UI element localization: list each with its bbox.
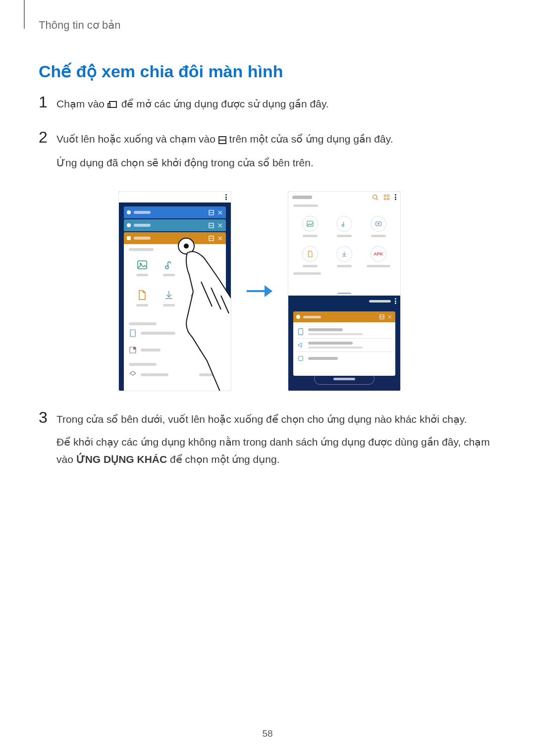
page-number: 58 — [262, 728, 272, 739]
svg-rect-0 — [109, 101, 116, 107]
recents-card — [124, 219, 226, 231]
app-dot-icon — [127, 210, 131, 214]
step-3: 3 Trong cửa sổ bên dưới, vuốt lên hoặc x… — [39, 410, 495, 473]
split-icon — [209, 223, 214, 228]
settings-row — [297, 352, 391, 365]
section-label — [129, 322, 157, 325]
connections-icon — [297, 328, 304, 335]
bottom-recents-card — [293, 311, 395, 376]
card-header — [124, 219, 226, 231]
step-1-seg2: để mở các ứng dụng được sử dụng gần đây. — [121, 98, 329, 109]
close-icon — [217, 223, 223, 228]
drag-handle-icon — [337, 293, 351, 294]
page-title: Chế độ xem chia đôi màn hình — [39, 61, 495, 81]
settings-list — [293, 322, 395, 376]
phone-split: APK — [288, 192, 400, 391]
more-apps-label — [369, 300, 391, 302]
audio-icon — [327, 216, 362, 237]
images-icon — [293, 216, 327, 237]
notifications-icon — [297, 355, 304, 362]
close-all-button — [314, 373, 374, 385]
step-num: 2 — [39, 129, 56, 146]
step-1-text: Chạm vào để mở các ứng dụng được sử dụng… — [56, 95, 495, 114]
app-dot-icon — [127, 236, 131, 240]
step-2-line2: Ứng dụng đã chọn sẽ khởi động trong cửa … — [56, 154, 495, 172]
status-bar — [119, 192, 231, 202]
split-bottom-window — [288, 296, 400, 391]
section-label — [129, 248, 154, 251]
svg-rect-43 — [299, 356, 303, 361]
svg-rect-31 — [387, 195, 389, 196]
svg-rect-1 — [108, 103, 110, 107]
svg-rect-16 — [138, 261, 147, 269]
step-2-seg0: Vuốt lên hoặc xuống và chạm vào — [56, 133, 218, 145]
step-2-line1: Vuốt lên hoặc xuống và chạm vào trên một… — [56, 130, 495, 150]
close-icon — [217, 210, 223, 215]
step-num: 1 — [39, 94, 56, 111]
svg-point-18 — [165, 266, 168, 269]
svg-rect-32 — [384, 198, 386, 200]
svg-point-28 — [373, 195, 377, 199]
grid-icon — [383, 194, 390, 201]
overflow-icon — [395, 194, 396, 200]
apk-icon: APK — [361, 246, 395, 267]
app-name — [303, 316, 321, 318]
apk-label: APK — [374, 252, 383, 256]
section-label — [293, 204, 318, 207]
app-name — [134, 237, 151, 240]
app-dot-icon — [296, 315, 300, 319]
page: Thông tin cơ bản Chế độ xem chia đôi màn… — [0, 0, 535, 756]
step-3-line2-b: để chọn một ứng dụng. — [167, 454, 279, 465]
step-3-line2: Để khởi chạy các ứng dụng không nằm tron… — [56, 433, 495, 468]
recents-icon — [107, 97, 118, 114]
step-2-seg2: trên một cửa sổ ứng dụng gần đây. — [229, 133, 393, 145]
video-icon — [361, 216, 395, 237]
card-header — [124, 206, 226, 218]
more-apps-bar — [288, 296, 400, 306]
split-divider — [288, 291, 400, 296]
step-1-seg0: Chạm vào — [56, 98, 107, 109]
svg-point-35 — [342, 224, 344, 226]
close-icon — [387, 314, 392, 319]
step-body: Chạm vào để mở các ứng dụng được sử dụng… — [56, 95, 495, 119]
search-icon — [372, 194, 378, 201]
step-num: 3 — [39, 409, 56, 426]
settings-row — [297, 338, 391, 352]
section-label — [293, 272, 321, 275]
sound-icon — [297, 342, 304, 349]
split-icon — [379, 314, 384, 319]
step-3-bold: ỨNG DỤNG KHÁC — [76, 454, 167, 465]
split-icon — [209, 210, 214, 215]
svg-rect-24 — [133, 347, 136, 350]
left-rule — [24, 0, 25, 29]
breadcrumb: Thông tin cơ bản — [39, 19, 495, 32]
documents-icon — [293, 246, 327, 267]
svg-rect-22 — [130, 330, 135, 337]
arrow-right-icon — [245, 279, 274, 303]
downloads-icon — [327, 246, 362, 267]
recents-card — [124, 206, 226, 218]
step-body: Trong cửa sổ bên dưới, vuốt lên hoặc xuố… — [56, 410, 495, 473]
figure: AP — [24, 192, 495, 391]
step-3-line1: Trong cửa sổ bên dưới, vuốt lên hoặc xuố… — [56, 410, 495, 428]
app-name — [134, 224, 151, 227]
svg-point-26 — [184, 244, 189, 249]
card-header — [293, 311, 395, 322]
files-grid: APK — [288, 209, 400, 270]
svg-line-29 — [376, 199, 378, 200]
svg-rect-30 — [384, 195, 386, 196]
app-name — [134, 211, 151, 214]
svg-rect-42 — [299, 329, 303, 335]
step-1: 1 Chạm vào để mở các ứng dụng được sử dụ… — [39, 95, 495, 119]
step-2: 2 Vuốt lên hoặc xuống và chạm vào trên m… — [39, 130, 495, 177]
overflow-icon — [395, 298, 396, 304]
svg-rect-33 — [387, 198, 389, 200]
step-body: Vuốt lên hoặc xuống và chạm vào trên một… — [56, 130, 495, 177]
images-icon — [129, 259, 156, 276]
hand-pointer-icon — [172, 232, 231, 391]
files-title — [292, 196, 312, 199]
app-dot-icon — [127, 223, 131, 227]
split-icon — [218, 132, 226, 150]
files-toolbar — [288, 192, 400, 202]
phone-recents: AP — [119, 192, 231, 391]
